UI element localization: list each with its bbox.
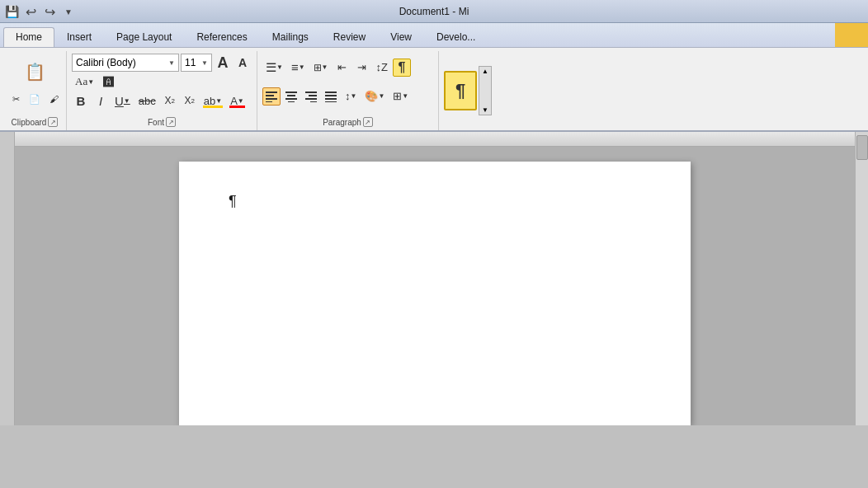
italic-button[interactable]: I <box>92 92 110 110</box>
svg-rect-3 <box>266 101 272 102</box>
multilevel-list-button[interactable]: ⊞▼ <box>310 59 332 77</box>
subscript-button[interactable]: X2 <box>161 92 179 110</box>
styles-section: ¶ ▲ ▼ <box>439 51 865 130</box>
svg-rect-8 <box>305 92 317 93</box>
clipboard-label: Clipboard ↗ <box>7 114 63 130</box>
align-right-icon <box>305 91 317 102</box>
justify-button[interactable] <box>322 87 340 106</box>
align-center-button[interactable] <box>282 87 300 106</box>
svg-rect-5 <box>287 95 295 96</box>
help-tab[interactable] <box>835 23 868 47</box>
shading-button[interactable]: 🎨▼ <box>361 87 388 106</box>
ribbon-tabs-bar: Home Insert Page Layout References Maili… <box>0 23 868 48</box>
bullets-button[interactable]: ☰▼ <box>262 59 286 77</box>
align-right-button[interactable] <box>302 87 320 106</box>
clipboard-expand[interactable]: ↗ <box>48 117 58 127</box>
scrollbar-thumb[interactable] <box>856 135 868 160</box>
font-name-arrow: ▼ <box>168 59 175 67</box>
tab-pagelayout[interactable]: Page Layout <box>104 27 184 47</box>
horizontal-ruler <box>15 132 855 147</box>
svg-rect-4 <box>285 92 297 93</box>
svg-rect-11 <box>310 101 317 102</box>
redo-quick-btn[interactable]: ↪ <box>41 3 58 20</box>
document-page[interactable]: ¶ <box>179 162 691 425</box>
font-color-button[interactable]: A▼ <box>227 92 248 110</box>
increase-indent-button[interactable]: ⇥ <box>353 59 371 77</box>
justify-icon <box>325 91 337 102</box>
tab-home[interactable]: Home <box>3 27 54 47</box>
increase-font-size-button[interactable]: A <box>214 54 232 72</box>
save-quick-btn[interactable]: 💾 <box>3 3 20 20</box>
font-expand[interactable]: ↗ <box>166 117 176 127</box>
numbering-button[interactable]: ≡▼ <box>288 59 309 77</box>
ribbon-body: 📋 ✂ 📄 🖌 Clipboard ↗ <box>0 48 868 132</box>
font-section: Calibri (Body) ▼ 11 ▼ A A Aa▼ 🅰 <box>67 51 257 130</box>
paragraph-section: ☰▼ ≡▼ ⊞▼ ⇤ ⇥ ↕Z ¶ <box>257 51 439 130</box>
paragraph-mark: ¶ <box>229 193 237 210</box>
sort-button[interactable]: ↕Z <box>373 59 391 77</box>
underline-button[interactable]: U▼ <box>111 92 134 110</box>
document-scroll-area: ¶ <box>15 132 855 425</box>
vertical-ruler <box>0 132 15 425</box>
paste-button[interactable]: 📋 <box>20 55 50 88</box>
paragraph-section-label: Paragraph ↗ <box>262 114 433 130</box>
text-highlight-button[interactable]: ab▼ <box>200 92 225 110</box>
tab-references[interactable]: References <box>184 27 259 47</box>
copy-button[interactable]: 📄 <box>26 90 44 108</box>
format-painter-button[interactable]: 🖌 <box>45 90 63 108</box>
clear-formatting-button[interactable]: 🅰 <box>99 73 117 91</box>
align-left-button[interactable] <box>262 87 281 106</box>
font-size-dropdown[interactable]: 11 ▼ <box>181 54 212 72</box>
tab-review[interactable]: Review <box>321 27 378 47</box>
svg-rect-12 <box>325 92 337 93</box>
tab-mailings[interactable]: Mailings <box>260 27 321 47</box>
cut-button[interactable]: ✂ <box>7 90 25 108</box>
svg-rect-15 <box>325 101 337 102</box>
tab-insert[interactable]: Insert <box>54 27 104 47</box>
bold-button[interactable]: B <box>72 92 90 110</box>
svg-rect-2 <box>266 98 277 100</box>
main-area: ¶ <box>0 132 868 425</box>
superscript-button[interactable]: X2 <box>181 92 199 110</box>
line-spacing-button[interactable]: ↕▼ <box>342 87 360 106</box>
decrease-indent-button[interactable]: ⇤ <box>333 59 351 77</box>
vertical-scrollbar[interactable] <box>855 132 868 425</box>
borders-button[interactable]: ⊞▼ <box>389 87 412 106</box>
font-section-label: Font ↗ <box>72 114 252 130</box>
strikethrough-button[interactable]: abc <box>135 92 159 110</box>
svg-rect-13 <box>325 95 337 96</box>
paste-icon: 📋 <box>25 62 45 82</box>
page-container: ¶ <box>15 147 855 425</box>
window-title: Document1 - Mi <box>0 6 868 17</box>
show-marks-button[interactable]: ¶ <box>393 59 411 77</box>
styles-scroll[interactable]: ▲ ▼ <box>479 66 492 115</box>
change-case-button[interactable]: Aa▼ <box>72 73 97 91</box>
clipboard-section: 📋 ✂ 📄 🖌 Clipboard ↗ <box>3 51 67 130</box>
tab-view[interactable]: View <box>378 27 424 47</box>
align-left-icon <box>266 91 277 102</box>
customize-quick-btn[interactable]: ▼ <box>60 3 77 20</box>
paragraph-expand[interactable]: ↗ <box>363 117 373 127</box>
svg-rect-7 <box>288 101 295 102</box>
svg-rect-6 <box>285 98 297 100</box>
svg-rect-10 <box>305 98 317 100</box>
svg-rect-1 <box>266 95 274 96</box>
align-center-icon <box>285 91 297 102</box>
undo-quick-btn[interactable]: ↩ <box>22 3 39 20</box>
pilcrow-button[interactable]: ¶ <box>444 71 477 110</box>
font-name-dropdown[interactable]: Calibri (Body) ▼ <box>72 54 179 72</box>
font-size-arrow: ▼ <box>201 59 208 67</box>
tab-developer[interactable]: Develo... <box>424 27 488 47</box>
svg-rect-9 <box>309 95 317 96</box>
svg-rect-14 <box>325 98 337 100</box>
decrease-font-size-button[interactable]: A <box>234 54 252 72</box>
svg-rect-0 <box>266 92 277 93</box>
